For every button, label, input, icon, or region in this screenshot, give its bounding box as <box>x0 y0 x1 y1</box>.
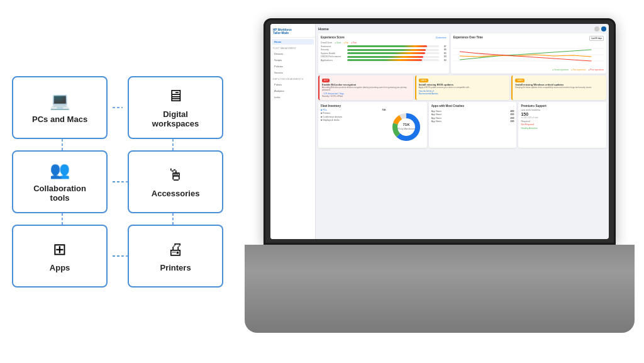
digital-icon: 🖥 <box>167 86 184 106</box>
alert-badge-hot: HOT <box>322 79 330 82</box>
diagram-box-accessories: 🖱 Accessories <box>128 150 223 213</box>
sidebar-nav-links[interactable]: Links <box>272 94 314 100</box>
sidebar-nav-pulses[interactable]: Pulses <box>272 82 314 87</box>
screen-bezel: HP Workforce Tailor-Made Home Fleet Mana… <box>270 24 609 239</box>
printers-icon: 🖨 <box>167 240 184 259</box>
donut-value: 71K <box>402 123 410 126</box>
screen-sidebar: HP Workforce Tailor-Made Home Fleet Mana… <box>270 24 316 239</box>
sidebar-logo: HP Workforce Tailor-Made <box>270 26 315 38</box>
experience-over-time-card: Experience Over Time Last 90 days <box>451 33 606 74</box>
score-security: Security 86 <box>321 48 447 51</box>
sidebar-nav-secrets[interactable]: Secrets <box>272 70 314 75</box>
alert-bitlocker-text: According BitLocker protects devices enc… <box>322 86 411 91</box>
fleet-inventory-title: Fleet Inventory <box>321 104 425 108</box>
diagram-box-apps: ⊞ Apps <box>12 225 108 288</box>
apps-icon: ⊞ <box>53 240 67 259</box>
experience-score-title: Experience Score <box>321 36 345 39</box>
diagram-box-collaboration: 👥 Collaborationtools <box>12 150 108 213</box>
screen-content: HP Workforce Tailor-Made Home Fleet Mana… <box>270 24 609 239</box>
apps-label: Apps <box>50 263 70 272</box>
incidents-value: 150 <box>521 112 604 116</box>
premium-support-title: Premium+ Support <box>521 104 604 108</box>
sidebar-section-employee: Employee Engagement ▾ <box>270 76 315 81</box>
app-crash-4: App Name 220 <box>431 120 514 123</box>
alert-bios: WARN Install missing BIOS updates Apply … <box>415 75 510 100</box>
avatar-icon[interactable] <box>601 26 606 31</box>
alert-bitlocker: HOT Enable BitLocker encryption Accordin… <box>318 75 413 100</box>
score-sentiment: Sentiment 87 <box>321 45 447 48</box>
laptop-screen: HP Workforce Tailor-Made Home Fleet Mana… <box>264 18 616 245</box>
experience-score-card: Experience Score Customize Overall Score… <box>318 33 449 74</box>
legend-great: ● Great <box>335 42 341 44</box>
fleet-pcs: ■ PCs 71K <box>321 109 386 111</box>
premium-support-card: Premium+ Support Last week Incidents 150… <box>518 102 606 148</box>
app-crash-2: App Name 250 <box>431 113 514 116</box>
score-applications: Applications 82 <box>321 59 447 62</box>
customize-button[interactable]: Customize <box>436 36 447 39</box>
donut-label: PCs by Manufacturer <box>397 128 415 130</box>
time-filter-button[interactable]: Last 90 days <box>589 36 604 41</box>
legend-fair: ● Fair <box>343 42 348 44</box>
printers-label: Printers <box>160 263 191 272</box>
diagram-box-digital: 🖥 Digitalworkspaces <box>128 76 223 139</box>
page-title: Home <box>318 27 329 31</box>
apps-crashes-chevron: › <box>513 105 514 108</box>
fleet-conference: ■ Conference devices <box>321 116 386 118</box>
score-system-health: System Health 85 <box>321 52 447 55</box>
chart-legend-fair: ● Fair experience <box>571 69 586 71</box>
incidents-meta: vs 134 | 14% of total <box>521 116 604 119</box>
laptop-section: HP Workforce Tailor-Made Home Fleet Mana… <box>235 0 644 363</box>
required-value: Not Required <box>521 123 604 126</box>
top-row: Experience Score Customize Overall Score… <box>318 33 606 74</box>
diagram-box-pcs: 💻 PCs and Macs <box>12 76 108 139</box>
sidebar-nav-policies[interactable]: Policies <box>272 64 314 69</box>
alert-badge-warn2: WARN <box>515 79 525 82</box>
donut-chart: 71K PCs by Manufacturer <box>391 111 422 143</box>
score-os-performance: OS/OS Performance 83 <box>321 55 447 58</box>
collaboration-icon: 👥 <box>50 160 70 180</box>
fleet-inventory-card: Fleet Inventory ■ PCs 71K ■ Printer <box>318 102 427 148</box>
diagram-box-printers: 🖨 Printers <box>128 225 223 288</box>
screen-main: Home Experience Score <box>316 24 609 239</box>
legend-overall: Overall Score <box>321 42 332 44</box>
apps-crashes-card: Apps with Most Crashes › App Name 400 Ap… <box>429 102 517 148</box>
chart-legend-great: ● Great experience <box>553 69 569 71</box>
app-crash-1: App Name 400 <box>431 110 514 113</box>
pcs-label: PCs and Macs <box>32 114 87 124</box>
alert-windows: WARN Install missing Windows critical up… <box>511 75 606 100</box>
apps-crashes-title: Apps with Most Crashes <box>431 104 464 108</box>
sidebar-nav-devices[interactable]: Devices <box>272 51 314 57</box>
bottom-row: Fleet Inventory ■ PCs 71K ■ Printer <box>318 102 606 148</box>
fleet-displays: ■ Displays & docks <box>321 119 386 121</box>
recommended-actions-link[interactable]: View the full list ofRecommended Actions <box>419 90 508 95</box>
collaboration-label: Collaborationtools <box>33 184 86 203</box>
app-crash-3: App Name 250 <box>431 117 514 120</box>
experience-over-time-title: Experience Over Time <box>453 36 483 39</box>
diagram-section: 💻 PCs and Macs 🖥 Digitalworkspaces 👥 Col… <box>0 0 235 363</box>
required-label: Required <box>521 120 604 123</box>
notif-icon[interactable] <box>594 26 599 31</box>
sidebar-section-fleet: Fleet Management <box>270 45 315 50</box>
alert-bitlocker-stat2: Security • 12.3% of Fleet <box>322 95 411 98</box>
digital-label: Digitalworkspaces <box>152 109 199 128</box>
sidebar-nav-home[interactable]: Home <box>272 39 314 45</box>
incidents-label: Last week Incidents <box>521 109 604 111</box>
sidebar-nav-analytics[interactable]: Analytics <box>272 88 314 94</box>
healthy-activities: Healthy Activities <box>521 127 604 130</box>
laptop-wrapper: HP Workforce Tailor-Made Home Fleet Mana… <box>245 18 635 345</box>
alerts-row: HOT Enable BitLocker encryption Accordin… <box>318 75 606 100</box>
fleet-donut: 71K PCs by Manufacturer <box>388 109 425 145</box>
legend-poor: ● Poor <box>351 42 357 44</box>
fleet-printers: ■ Printers <box>321 112 386 114</box>
line-chart <box>453 42 604 67</box>
accessories-label: Accessories <box>152 189 200 198</box>
alert-windows-text: Keeping the latest updates fixes compati… <box>515 86 604 89</box>
logo-text: HP Workforce Tailor-Made <box>273 28 313 35</box>
alert-badge-warn1: WARN <box>419 79 428 82</box>
chart-legend-poor: ● Poor experience <box>589 69 604 71</box>
alert-bios-text: Apply a BIOS update ensures your device … <box>419 86 508 89</box>
laptop-keyboard-base <box>245 245 635 333</box>
accessories-icon: 🖱 <box>167 165 184 185</box>
sidebar-nav-scripts[interactable]: Scripts <box>272 57 314 63</box>
pcs-icon: 💻 <box>50 91 70 111</box>
